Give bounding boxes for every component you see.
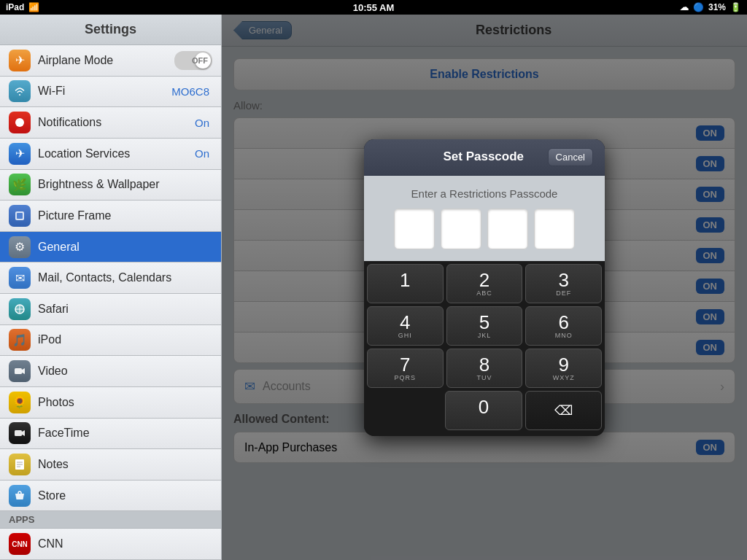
sidebar-item-picture-frame[interactable]: Picture Frame	[0, 201, 221, 232]
numpad-row-1: 1 2 ABC 3 DEF	[367, 264, 602, 303]
sidebar-item-safari[interactable]: Safari	[0, 294, 221, 325]
numpad-key-7[interactable]: 7 PQRS	[367, 349, 444, 388]
passcode-boxes	[376, 209, 593, 249]
notes-icon	[9, 454, 31, 475]
numpad-row-2: 4 GHI 5 JKL 6 MNO	[367, 306, 602, 346]
sidebar: Settings ✈ Airplane Mode OFF Wi-Fi MO6C8	[0, 15, 222, 560]
notifications-icon	[9, 112, 31, 133]
numpad-key-1[interactable]: 1	[367, 264, 444, 303]
sidebar-item-label: Location Services	[38, 147, 195, 160]
sidebar-item-label: Airplane Mode	[38, 54, 174, 67]
sidebar-item-label: Wi-Fi	[38, 85, 171, 98]
sidebar-item-label: CNN	[38, 537, 212, 551]
right-panel: General Restrictions Enable Restrictions…	[222, 15, 747, 560]
passcode-entry-area: Enter a Restrictions Passcode	[364, 176, 605, 261]
sidebar-item-label: Safari	[38, 303, 212, 316]
apps-section-header: Apps	[0, 511, 221, 529]
facetime-icon	[9, 422, 31, 444]
sidebar-item-cnn[interactable]: CNN CNN	[0, 529, 221, 560]
time-display: 10:55 AM	[353, 2, 395, 13]
modal-overlay: Set Passcode Cancel Enter a Restrictions…	[222, 15, 747, 560]
airplane-mode-toggle[interactable]: OFF	[174, 51, 212, 70]
sidebar-item-label: Notes	[38, 458, 212, 471]
sidebar-item-label: iPod	[38, 333, 212, 346]
numpad-key-0[interactable]: 0	[445, 391, 522, 430]
svg-rect-9	[15, 430, 22, 436]
passcode-hint: Enter a Restrictions Passcode	[376, 187, 593, 200]
numpad-key-3[interactable]: 3 DEF	[525, 264, 602, 303]
svg-rect-2	[17, 213, 23, 219]
battery-label: 31%	[708, 2, 726, 12]
passcode-box-2	[441, 209, 481, 249]
airplane-icon: ✈	[9, 50, 31, 71]
numpad-key-2[interactable]: 2 ABC	[446, 264, 523, 303]
sidebar-item-label: Store	[38, 489, 212, 502]
sidebar-item-notes[interactable]: Notes	[0, 449, 221, 481]
sidebar-item-label: Notifications	[38, 116, 195, 129]
numpad-row-4: 0 ⌫	[367, 391, 602, 430]
battery-icon: 🔋	[730, 2, 741, 12]
safari-icon	[9, 298, 31, 320]
sidebar-item-ipod[interactable]: 🎵 iPod	[0, 325, 221, 357]
location-value: On	[195, 147, 209, 160]
cnn-icon: CNN	[9, 533, 31, 555]
wifi-icon: 📶	[28, 2, 39, 12]
sidebar-item-label: Photos	[38, 396, 212, 409]
device-label: iPad	[6, 2, 24, 12]
sidebar-item-photos[interactable]: 🌻 Photos	[0, 387, 221, 419]
sidebar-item-mail[interactable]: ✉ Mail, Contacts, Calendars	[0, 262, 221, 294]
modal-title: Set Passcode	[419, 149, 548, 164]
sidebar-item-label: Brightness & Wallpaper	[38, 178, 212, 191]
passcode-box-3	[487, 209, 528, 249]
sidebar-item-location-services[interactable]: ✈ Location Services On	[0, 139, 221, 170]
numpad-key-5[interactable]: 5 JKL	[446, 306, 523, 346]
sidebar-item-label: FaceTime	[38, 427, 212, 440]
svg-marker-10	[22, 430, 25, 436]
sidebar-item-facetime[interactable]: FaceTime	[0, 419, 221, 450]
sidebar-item-general[interactable]: ⚙ General	[0, 232, 221, 263]
numpad-key-backspace[interactable]: ⌫	[525, 391, 602, 430]
sidebar-item-notifications[interactable]: Notifications On	[0, 107, 221, 139]
sidebar-item-label: Mail, Contacts, Calendars	[38, 271, 212, 284]
svg-marker-8	[22, 368, 25, 374]
passcode-box-4	[534, 209, 575, 249]
picture-frame-icon	[9, 205, 31, 227]
numpad-key-6[interactable]: 6 MNO	[525, 306, 602, 346]
modal-cancel-button[interactable]: Cancel	[548, 148, 593, 166]
brightness-icon: 🌿	[9, 174, 31, 195]
status-bar: iPad 📶 10:55 AM ☁ 🔵 31% 🔋	[0, 0, 747, 15]
store-icon	[9, 485, 31, 507]
photos-icon: 🌻	[9, 392, 31, 413]
svg-point-0	[15, 118, 24, 127]
cloud-icon: ☁	[680, 2, 689, 12]
location-icon: ✈	[9, 143, 31, 165]
mail-icon: ✉	[9, 267, 31, 289]
wifi-value: MO6C8	[171, 85, 209, 98]
numpad-row-3: 7 PQRS 8 TUV 9 WXYZ	[367, 349, 602, 388]
numpad: 1 2 ABC 3 DEF	[364, 261, 605, 436]
sidebar-item-store[interactable]: Store	[0, 481, 221, 512]
sidebar-item-brightness-wallpaper[interactable]: 🌿 Brightness & Wallpaper	[0, 170, 221, 201]
modal-header: Set Passcode Cancel	[364, 139, 605, 176]
bluetooth-icon: 🔵	[693, 2, 704, 12]
ipod-icon: 🎵	[9, 329, 31, 351]
numpad-key-4[interactable]: 4 GHI	[367, 306, 444, 346]
sidebar-item-airplane-mode[interactable]: ✈ Airplane Mode OFF	[0, 45, 221, 77]
sidebar-item-label: Video	[38, 365, 212, 378]
sidebar-item-label: General	[38, 241, 212, 254]
video-icon	[9, 360, 31, 382]
passcode-box-1	[394, 209, 435, 249]
sidebar-item-label: Picture Frame	[38, 209, 212, 222]
wifi-icon	[9, 80, 31, 102]
numpad-key-8[interactable]: 8 TUV	[446, 349, 523, 388]
svg-rect-7	[15, 368, 22, 374]
numpad-key-9[interactable]: 9 WXYZ	[525, 349, 602, 388]
notifications-value: On	[195, 117, 209, 129]
sidebar-item-wifi[interactable]: Wi-Fi MO6C8	[0, 77, 221, 108]
general-icon: ⚙	[9, 236, 31, 258]
numpad-key-empty	[367, 391, 442, 430]
sidebar-item-video[interactable]: Video	[0, 356, 221, 387]
sidebar-title: Settings	[0, 15, 221, 45]
passcode-modal: Set Passcode Cancel Enter a Restrictions…	[364, 139, 605, 436]
